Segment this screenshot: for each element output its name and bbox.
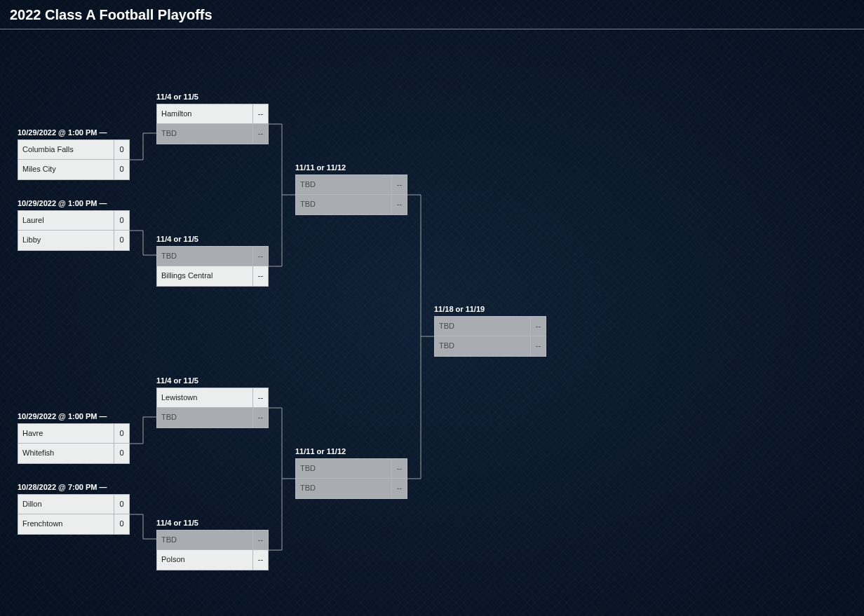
match-r1-2[interactable]: 10/29/2022 @ 1:00 PM —Havre0Whitefish0 [18, 412, 130, 464]
team-name: TBD [296, 459, 391, 478]
team-score: -- [252, 124, 268, 144]
team-name: Libby [18, 231, 114, 250]
match-r1-0[interactable]: 10/29/2022 @ 1:00 PM —Columbia Falls0Mil… [18, 128, 130, 180]
team-row[interactable]: Whitefish0 [18, 444, 130, 464]
team-score: -- [252, 408, 268, 427]
team-row[interactable]: TBD-- [434, 336, 546, 357]
team-score: 0 [114, 514, 129, 534]
match-header: 10/29/2022 @ 1:00 PM — [18, 128, 130, 139]
match-header: 11/18 or 11/19 [434, 305, 546, 316]
team-score: 0 [114, 140, 129, 159]
match-r2-1[interactable]: 11/4 or 11/5TBD--Billings Central-- [156, 235, 269, 287]
match-header: 10/29/2022 @ 1:00 PM — [18, 199, 130, 210]
team-name: TBD [296, 175, 391, 194]
team-row[interactable]: Libby0 [18, 231, 130, 251]
team-score: 0 [114, 424, 129, 443]
team-name: Dillon [18, 495, 114, 514]
team-score: -- [252, 531, 268, 549]
team-score: -- [252, 388, 268, 407]
team-score: 0 [114, 160, 129, 179]
match-header: 11/4 or 11/5 [156, 93, 269, 104]
team-name: Miles City [18, 160, 114, 179]
team-score: -- [252, 266, 268, 286]
team-name: TBD [296, 195, 391, 214]
team-row[interactable]: TBD-- [295, 479, 407, 499]
match-header: 10/28/2022 @ 7:00 PM — [18, 483, 130, 494]
team-name: TBD [296, 479, 391, 498]
team-score: 0 [114, 444, 129, 463]
team-name: Hamilton [157, 104, 252, 123]
team-row[interactable]: TBD-- [156, 246, 269, 266]
page-title: 2022 Class A Football Playoffs [0, 0, 864, 29]
match-header: 11/11 or 11/12 [295, 163, 407, 174]
team-name: TBD [157, 247, 252, 266]
team-row[interactable]: Columbia Falls0 [18, 139, 130, 160]
match-r2-0[interactable]: 11/4 or 11/5Hamilton--TBD-- [156, 93, 269, 144]
team-name: TBD [435, 317, 530, 336]
team-score: -- [252, 104, 268, 123]
team-name: Whitefish [18, 444, 114, 463]
team-score: -- [252, 550, 268, 570]
team-score: 0 [114, 211, 129, 230]
team-row[interactable]: TBD-- [156, 530, 269, 550]
match-header: 11/4 or 11/5 [156, 235, 269, 246]
match-header: 11/4 or 11/5 [156, 376, 269, 388]
team-name: Columbia Falls [18, 140, 114, 159]
team-name: Billings Central [157, 266, 252, 286]
match-r3-0[interactable]: 11/11 or 11/12TBD--TBD-- [295, 163, 407, 215]
team-name: Polson [157, 550, 252, 570]
team-row[interactable]: TBD-- [434, 316, 546, 336]
team-score: -- [530, 317, 546, 336]
team-row[interactable]: Billings Central-- [156, 266, 269, 287]
team-name: TBD [157, 531, 252, 549]
match-header: 10/29/2022 @ 1:00 PM — [18, 412, 130, 423]
match-header: 11/11 or 11/12 [295, 447, 407, 458]
team-row[interactable]: TBD-- [156, 124, 269, 144]
match-r2-2[interactable]: 11/4 or 11/5Lewistown--TBD-- [156, 376, 269, 428]
team-score: -- [252, 247, 268, 266]
team-row[interactable]: TBD-- [295, 174, 407, 195]
team-row[interactable]: TBD-- [295, 458, 407, 479]
match-r2-3[interactable]: 11/4 or 11/5TBD--Polson-- [156, 519, 269, 570]
match-r4-0[interactable]: 11/18 or 11/19TBD--TBD-- [434, 305, 546, 357]
team-row[interactable]: Dillon0 [18, 494, 130, 514]
team-row[interactable]: Laurel0 [18, 210, 130, 231]
bracket-container: 10/29/2022 @ 1:00 PM —Columbia Falls0Mil… [0, 28, 864, 603]
team-row[interactable]: Hamilton-- [156, 104, 269, 124]
team-name: Lewistown [157, 388, 252, 407]
match-r1-1[interactable]: 10/29/2022 @ 1:00 PM —Laurel0Libby0 [18, 199, 130, 251]
team-name: TBD [157, 124, 252, 144]
team-row[interactable]: Miles City0 [18, 160, 130, 180]
team-name: Laurel [18, 211, 114, 230]
match-header: 11/4 or 11/5 [156, 519, 269, 530]
team-row[interactable]: Lewistown-- [156, 388, 269, 408]
team-name: Havre [18, 424, 114, 443]
match-r1-3[interactable]: 10/28/2022 @ 7:00 PM —Dillon0Frenchtown0 [18, 483, 130, 535]
team-score: -- [530, 336, 546, 356]
team-row[interactable]: TBD-- [156, 408, 269, 428]
team-row[interactable]: Polson-- [156, 550, 269, 570]
team-name: Frenchtown [18, 514, 114, 534]
team-score: -- [391, 479, 407, 498]
team-name: TBD [157, 408, 252, 427]
team-name: TBD [435, 336, 530, 356]
team-score: -- [391, 459, 407, 478]
team-row[interactable]: Frenchtown0 [18, 514, 130, 535]
team-score: -- [391, 195, 407, 214]
team-score: 0 [114, 495, 129, 514]
team-row[interactable]: Havre0 [18, 423, 130, 444]
team-score: -- [391, 175, 407, 194]
team-row[interactable]: TBD-- [295, 195, 407, 215]
team-score: 0 [114, 231, 129, 250]
match-r3-1[interactable]: 11/11 or 11/12TBD--TBD-- [295, 447, 407, 499]
